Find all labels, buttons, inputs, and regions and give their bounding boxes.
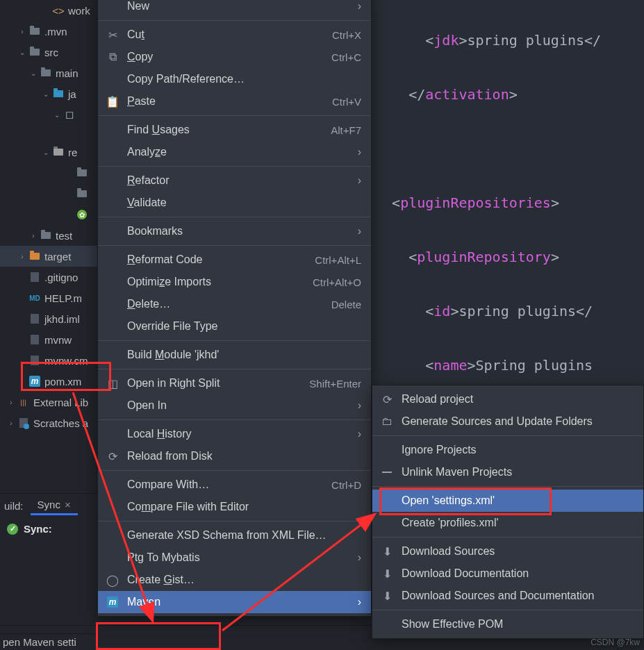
folder-icon (28, 26, 42, 37)
menu-open-settings-xml[interactable]: Open 'settings.xml' (372, 490, 643, 512)
folder-icon (75, 188, 89, 199)
context-menu[interactable]: New› ✂CutCtrl+X ⧉CopyCtrl+C Copy Path/Re… (97, 0, 372, 617)
gitignore-icon (28, 272, 42, 283)
menu-ptg-mybatis[interactable]: Ptg To Mybatis› (98, 547, 371, 569)
folders-icon: 🗀 (379, 415, 395, 428)
menu-find-usages[interactable]: Find UsagesAlt+F7 (98, 119, 371, 141)
md-icon: MD (28, 292, 42, 303)
menu-unlink-projects[interactable]: Unlink Maven Projects (372, 461, 643, 483)
menu-validate[interactable]: Validate (98, 192, 371, 214)
menu-create-profiles-xml[interactable]: Create 'profiles.xml' (372, 512, 643, 534)
maven-icon: m (28, 376, 42, 387)
code-editor[interactable]: <jdk>spring plugins</ </activation> <plu… (375, 0, 644, 389)
folder-icon (39, 67, 53, 78)
menu-generate-xsd[interactable]: Generate XSD Schema from XML File… (98, 524, 371, 547)
scratches-icon (17, 417, 31, 428)
build-label: uild: (4, 500, 24, 512)
menu-new[interactable]: New› (98, 0, 371, 17)
reload-icon: ⟳ (379, 393, 395, 406)
menu-reformat[interactable]: Reformat CodeCtrl+Alt+L (98, 249, 371, 271)
menu-override-type[interactable]: Override File Type (98, 315, 371, 338)
status-message: pen Maven setti (0, 633, 97, 650)
reload-icon: ⟳ (105, 450, 120, 463)
menu-ignore-projects[interactable]: Ignore Projects (372, 439, 643, 461)
menu-download-docs[interactable]: ⬇Download Documentation (372, 562, 643, 585)
menu-paste[interactable]: 📋PasteCtrl+V (98, 90, 371, 112)
menu-reload-disk[interactable]: ⟳Reload from Disk (98, 445, 371, 467)
minus-icon (379, 472, 395, 473)
folder-icon (39, 230, 53, 241)
menu-generate-sources[interactable]: 🗀Generate Sources and Update Folders (372, 410, 643, 433)
menu-maven[interactable]: mMaven› (98, 591, 371, 613)
spring-icon: ✿ (75, 209, 89, 220)
file-icon (28, 355, 42, 366)
menu-compare-editor[interactable]: Compare File with Editor (98, 496, 371, 518)
libraries-icon: ⫼ (17, 397, 31, 408)
menu-reload-project[interactable]: ⟳Reload project (372, 388, 643, 410)
download-icon: ⬇ (379, 545, 395, 558)
menu-build-module[interactable]: Build Module 'jkhd' (98, 344, 371, 366)
menu-delete[interactable]: Delete…Delete (98, 293, 371, 315)
download-icon: ⬇ (379, 590, 395, 603)
menu-copy[interactable]: ⧉CopyCtrl+C (98, 46, 371, 68)
resources-folder-icon (51, 147, 65, 158)
maven-submenu[interactable]: ⟳Reload project 🗀Generate Sources and Up… (372, 385, 644, 639)
folder-icon (28, 47, 42, 58)
menu-optimize[interactable]: Optimize ImportsCtrl+Alt+O (98, 271, 371, 293)
package-icon: ◻ (63, 109, 76, 120)
close-icon[interactable]: × (65, 499, 71, 510)
copy-icon: ⧉ (105, 51, 120, 63)
menu-local-history[interactable]: Local History› (98, 423, 371, 445)
cut-icon: ✂ (105, 28, 120, 42)
menu-show-effective-pom[interactable]: Show Effective POM (372, 613, 643, 635)
file-icon (28, 334, 42, 345)
menu-download-sources[interactable]: ⬇Download Sources (372, 540, 643, 562)
source-folder-icon (51, 88, 65, 99)
iml-icon (28, 313, 42, 324)
menu-open-right-split[interactable]: ◫Open in Right SplitShift+Enter (98, 372, 371, 394)
split-icon: ◫ (105, 377, 120, 390)
check-icon: ✓ (7, 524, 18, 535)
menu-cut[interactable]: ✂CutCtrl+X (98, 24, 371, 46)
menu-bookmarks[interactable]: Bookmarks› (98, 220, 371, 242)
target-folder-icon (28, 251, 42, 262)
maven-icon: m (105, 597, 120, 608)
menu-open-in[interactable]: Open In› (98, 394, 371, 417)
menu-copy-path[interactable]: Copy Path/Reference… (98, 68, 371, 90)
menu-download-both[interactable]: ⬇Download Sources and Documentation (372, 585, 643, 607)
menu-refactor[interactable]: Refactor› (98, 169, 371, 192)
xml-icon: <> (51, 5, 65, 16)
sync-tab[interactable]: Sync× (31, 496, 78, 515)
menu-analyze[interactable]: Analyze› (98, 141, 371, 163)
menu-create-gist[interactable]: ◯Create Gist… (98, 569, 371, 591)
github-icon: ◯ (105, 574, 120, 587)
watermark: CSDN @7kw (591, 638, 640, 647)
menu-compare-with[interactable]: Compare With…Ctrl+D (98, 474, 371, 496)
folder-icon (75, 167, 89, 178)
paste-icon: 📋 (105, 95, 120, 108)
download-icon: ⬇ (379, 567, 395, 581)
